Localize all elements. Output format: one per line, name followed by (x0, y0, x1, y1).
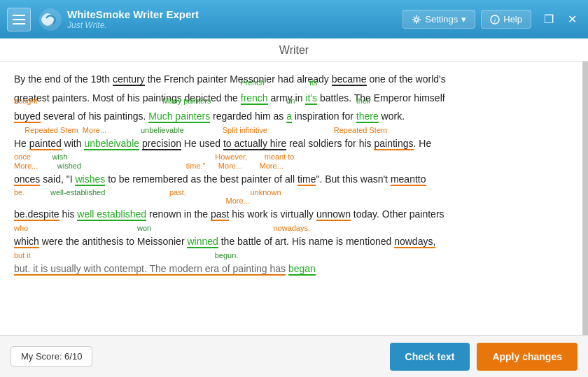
writer-title: Writer (0, 38, 588, 62)
svg-text:i: i (494, 17, 496, 24)
labels-row-6: be. well-established past, unknown (14, 188, 568, 197)
window-controls: ❐ ✕ (540, 11, 581, 27)
text-line-3: bought buyed several of his paintings. M… (14, 111, 405, 122)
app-title: WhiteSmoke Writer Expert (67, 8, 199, 20)
check-text-button[interactable]: Check text (390, 343, 470, 371)
app-title-area: WhiteSmoke Writer Expert Just Write. (67, 8, 199, 30)
labels-row-7: who won nowadays, (14, 224, 568, 232)
restore-button[interactable]: ❐ (540, 11, 558, 27)
settings-button[interactable]: Settings ▾ (402, 10, 475, 29)
app-logo-icon (38, 7, 63, 32)
text-line-7: which were the antithesis to Meissonier … (14, 236, 435, 248)
help-button[interactable]: i Help (481, 10, 531, 29)
text-line-1: By the end of the 19th century the Frenc… (14, 73, 446, 85)
labels-row-6b: More... (14, 197, 568, 205)
hamburger-button[interactable] (7, 8, 31, 31)
text-line-2: greatest painters. Most of his paintings… (14, 92, 445, 104)
labels-row-5b: More... wished time." More... More... (14, 162, 568, 170)
labels-row-5: once wish However, meant to (14, 152, 568, 161)
title-bar: WhiteSmoke Writer Expert Just Write. Set… (0, 0, 588, 38)
labels-row-8: but it begun. (14, 251, 568, 259)
main-content: Writer By the end of the 19th century th… (0, 38, 588, 335)
gear-icon (412, 15, 421, 24)
text-line-8: but. it is usually with contempt. The mo… (14, 263, 316, 276)
info-icon: i (490, 15, 500, 24)
close-button[interactable]: ✕ (564, 11, 581, 27)
apply-changes-button[interactable]: Apply changes (477, 343, 578, 371)
settings-label: Settings (425, 14, 458, 24)
text-line-5: onces said, "I wishes to be remembered a… (14, 173, 426, 186)
help-label: Help (503, 14, 522, 24)
labels-row-4: Repeated Stem More... unbelievable Split… (14, 126, 568, 134)
bottom-bar: My Score: 6/10 Check text Apply changes (0, 335, 588, 377)
text-line-6: be.despite his well established renown i… (14, 208, 444, 221)
settings-dropdown-arrow: ▾ (461, 14, 466, 24)
title-bar-right: Settings ▾ i Help ❐ ✕ (402, 10, 581, 29)
svg-point-1 (415, 17, 419, 21)
app-subtitle: Just Write. (67, 20, 199, 30)
logo-area: WhiteSmoke Writer Expert Just Write. (38, 7, 396, 32)
century-correction: century (113, 70, 145, 89)
text-line-4: He painted with unbeleivable precision H… (14, 138, 431, 150)
text-area[interactable]: By the end of the 19th century the Frenc… (0, 62, 588, 335)
score-badge: My Score: 6/10 (10, 346, 92, 367)
text-content: By the end of the 19th century the Frenc… (14, 70, 568, 278)
